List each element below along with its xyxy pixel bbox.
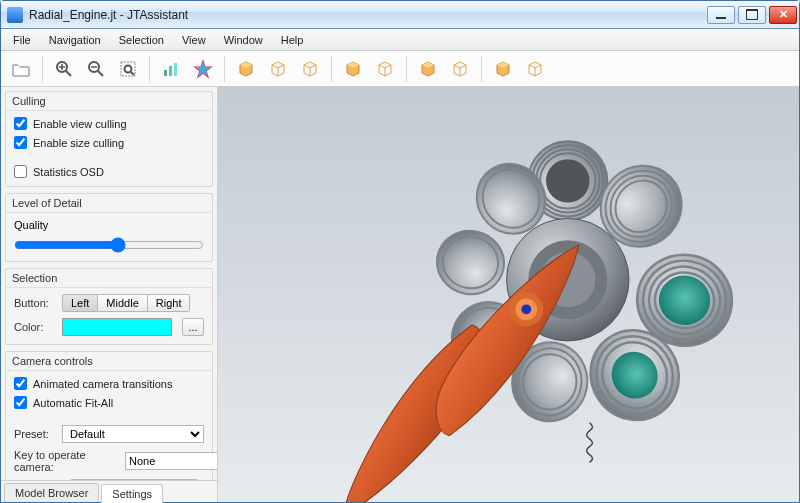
cube-wire-3-icon[interactable] — [371, 55, 399, 83]
camera-key-label: Key to operate camera: — [14, 449, 119, 473]
animated-transitions-checkbox[interactable]: Animated camera transitions — [14, 377, 204, 390]
selection-middle-button[interactable]: Middle — [98, 294, 147, 312]
app-icon — [7, 7, 23, 23]
menu-navigation[interactable]: Navigation — [41, 32, 109, 48]
quality-label: Quality — [14, 219, 204, 231]
selection-color-label: Color: — [14, 321, 56, 333]
cube-wire-4-icon[interactable] — [446, 55, 474, 83]
svg-line-5 — [98, 71, 103, 76]
svg-rect-10 — [164, 70, 167, 76]
toolbar — [1, 51, 799, 87]
tab-settings[interactable]: Settings — [101, 484, 163, 503]
size-culling-checkbox[interactable]: Enable size culling — [14, 136, 204, 149]
menubar: File Navigation Selection View Window He… — [1, 29, 799, 51]
zoom-in-icon[interactable] — [50, 55, 78, 83]
menu-window[interactable]: Window — [216, 32, 271, 48]
3d-viewport[interactable] — [218, 87, 799, 502]
camera-title: Camera controls — [6, 352, 212, 371]
menu-selection[interactable]: Selection — [111, 32, 172, 48]
lod-title: Level of Detail — [6, 194, 212, 213]
svg-point-8 — [125, 65, 132, 72]
selection-right-button[interactable]: Right — [148, 294, 191, 312]
cube-wire-5-icon[interactable] — [521, 55, 549, 83]
auto-fitall-checkbox[interactable]: Automatic Fit-All — [14, 396, 204, 409]
menu-view[interactable]: View — [174, 32, 214, 48]
cube-solid-2-icon[interactable] — [339, 55, 367, 83]
color-star-icon[interactable] — [189, 55, 217, 83]
titlebar: Radial_Engine.jt - JTAssistant — [1, 1, 799, 29]
preset-label: Preset: — [14, 428, 56, 440]
open-file-icon[interactable] — [7, 55, 35, 83]
statistics-icon[interactable] — [157, 55, 185, 83]
menu-help[interactable]: Help — [273, 32, 312, 48]
camera-group: Camera controls Animated camera transiti… — [5, 351, 213, 480]
svg-line-1 — [66, 71, 71, 76]
selection-title: Selection — [6, 269, 212, 288]
svg-point-16 — [546, 159, 589, 202]
menu-file[interactable]: File — [5, 32, 39, 48]
tab-model-browser[interactable]: Model Browser — [4, 483, 99, 502]
maximize-button[interactable] — [738, 6, 766, 24]
view-culling-checkbox[interactable]: Enable view culling — [14, 117, 204, 130]
sidebar-tabs: Model Browser Settings — [1, 480, 217, 502]
lod-group: Level of Detail Quality — [5, 193, 213, 262]
selection-group: Selection Button: Left Middle Right Colo… — [5, 268, 213, 345]
cube-solid-3-icon[interactable] — [414, 55, 442, 83]
zoom-out-icon[interactable] — [82, 55, 110, 83]
svg-rect-11 — [169, 66, 172, 76]
minimize-button[interactable] — [707, 6, 735, 24]
statistics-osd-checkbox[interactable]: Statistics OSD — [14, 165, 204, 178]
camera-key-input[interactable] — [125, 452, 217, 470]
color-picker-button[interactable]: ... — [182, 318, 204, 336]
cube-wire-1-icon[interactable] — [264, 55, 292, 83]
selection-left-button[interactable]: Left — [62, 294, 98, 312]
cube-solid-icon[interactable] — [232, 55, 260, 83]
preset-select[interactable]: Default — [62, 425, 204, 443]
quality-slider[interactable] — [14, 237, 204, 253]
svg-point-56 — [521, 304, 531, 314]
radial-engine-model — [218, 87, 799, 502]
culling-group: Culling Enable view culling Enable size … — [5, 91, 213, 187]
culling-title: Culling — [6, 92, 212, 111]
selection-button-label: Button: — [14, 297, 56, 309]
zoom-fit-icon[interactable] — [114, 55, 142, 83]
close-button[interactable] — [769, 6, 797, 24]
svg-rect-12 — [174, 63, 177, 76]
svg-line-9 — [131, 72, 134, 75]
cube-wire-2-icon[interactable] — [296, 55, 324, 83]
window-title: Radial_Engine.jt - JTAssistant — [29, 8, 707, 22]
cube-solid-4-icon[interactable] — [489, 55, 517, 83]
selection-button-group: Left Middle Right — [62, 294, 190, 312]
selection-color-field[interactable] — [62, 318, 172, 336]
sidebar: Culling Enable view culling Enable size … — [1, 87, 218, 502]
